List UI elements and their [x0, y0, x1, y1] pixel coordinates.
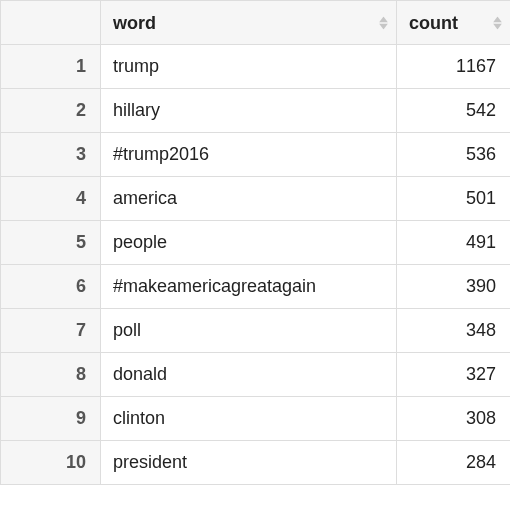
cell-count: 1167 — [397, 45, 511, 89]
svg-marker-3 — [493, 23, 502, 29]
table-row: 7 poll 348 — [1, 309, 511, 353]
cell-word: hillary — [101, 89, 397, 133]
cell-word: trump — [101, 45, 397, 89]
column-header-count[interactable]: count — [397, 1, 511, 45]
row-index: 5 — [1, 221, 101, 265]
row-index: 3 — [1, 133, 101, 177]
column-header-word-label: word — [113, 12, 156, 32]
row-index: 2 — [1, 89, 101, 133]
table-row: 9 clinton 308 — [1, 397, 511, 441]
cell-count: 348 — [397, 309, 511, 353]
row-index: 9 — [1, 397, 101, 441]
cell-count: 542 — [397, 89, 511, 133]
sort-icon[interactable] — [379, 16, 388, 29]
svg-marker-2 — [493, 16, 502, 22]
svg-marker-0 — [379, 16, 388, 22]
row-index: 4 — [1, 177, 101, 221]
row-index: 1 — [1, 45, 101, 89]
row-index: 8 — [1, 353, 101, 397]
row-index-header — [1, 1, 101, 45]
cell-word: donald — [101, 353, 397, 397]
cell-count: 308 — [397, 397, 511, 441]
cell-count: 501 — [397, 177, 511, 221]
row-index: 7 — [1, 309, 101, 353]
cell-count: 536 — [397, 133, 511, 177]
table-row: 8 donald 327 — [1, 353, 511, 397]
sort-icon[interactable] — [493, 16, 502, 29]
table-row: 3 #trump2016 536 — [1, 133, 511, 177]
cell-count: 390 — [397, 265, 511, 309]
table-row: 5 people 491 — [1, 221, 511, 265]
cell-word: poll — [101, 309, 397, 353]
table-row: 4 america 501 — [1, 177, 511, 221]
column-header-count-label: count — [409, 12, 458, 32]
word-count-table: word count 1 trump 1167 2 hillary — [0, 0, 510, 485]
table-row: 6 #makeamericagreatagain 390 — [1, 265, 511, 309]
cell-word: people — [101, 221, 397, 265]
svg-marker-1 — [379, 23, 388, 29]
cell-word: america — [101, 177, 397, 221]
cell-count: 491 — [397, 221, 511, 265]
cell-word: president — [101, 441, 397, 485]
table-row: 2 hillary 542 — [1, 89, 511, 133]
table-header-row: word count — [1, 1, 511, 45]
column-header-word[interactable]: word — [101, 1, 397, 45]
row-index: 10 — [1, 441, 101, 485]
cell-count: 327 — [397, 353, 511, 397]
table-row: 10 president 284 — [1, 441, 511, 485]
cell-count: 284 — [397, 441, 511, 485]
cell-word: #makeamericagreatagain — [101, 265, 397, 309]
table-row: 1 trump 1167 — [1, 45, 511, 89]
row-index: 6 — [1, 265, 101, 309]
cell-word: clinton — [101, 397, 397, 441]
cell-word: #trump2016 — [101, 133, 397, 177]
